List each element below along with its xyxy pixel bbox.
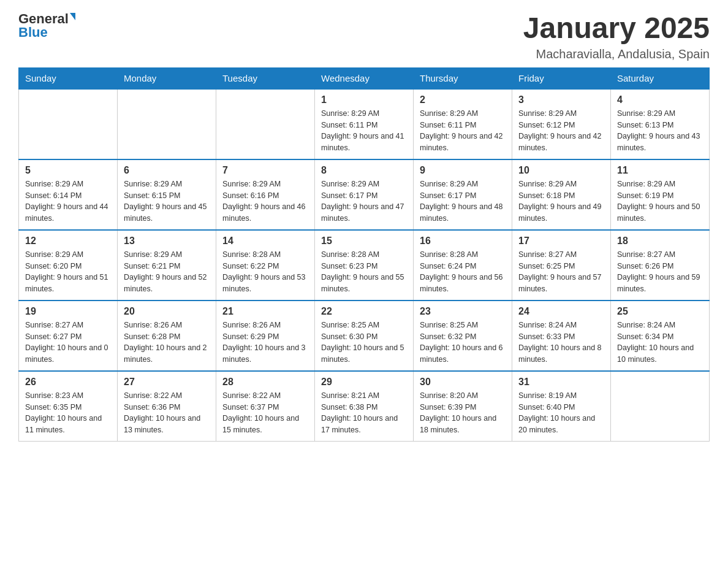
calendar-header-tuesday: Tuesday bbox=[216, 67, 315, 89]
day-info: Sunrise: 8:29 AMSunset: 6:11 PMDaylight:… bbox=[321, 108, 407, 154]
calendar-day-6: 6Sunrise: 8:29 AMSunset: 6:15 PMDaylight… bbox=[118, 159, 216, 230]
day-info: Sunrise: 8:27 AMSunset: 6:27 PMDaylight:… bbox=[25, 320, 111, 366]
calendar-day-29: 29Sunrise: 8:21 AMSunset: 6:38 PMDayligh… bbox=[315, 371, 414, 442]
day-number: 28 bbox=[222, 377, 308, 388]
calendar-day-15: 15Sunrise: 8:28 AMSunset: 6:23 PMDayligh… bbox=[315, 230, 414, 301]
calendar-day-24: 24Sunrise: 8:24 AMSunset: 6:33 PMDayligh… bbox=[512, 301, 611, 371]
day-info: Sunrise: 8:27 AMSunset: 6:25 PMDaylight:… bbox=[518, 249, 604, 295]
logo: General Blue bbox=[18, 12, 75, 39]
day-info: Sunrise: 8:28 AMSunset: 6:24 PMDaylight:… bbox=[420, 249, 506, 295]
day-info: Sunrise: 8:29 AMSunset: 6:19 PMDaylight:… bbox=[617, 178, 703, 224]
day-number: 7 bbox=[222, 165, 308, 176]
day-number: 8 bbox=[321, 165, 407, 176]
calendar-day-11: 11Sunrise: 8:29 AMSunset: 6:19 PMDayligh… bbox=[611, 159, 710, 230]
calendar-week-row: 12Sunrise: 8:29 AMSunset: 6:20 PMDayligh… bbox=[19, 230, 710, 301]
calendar-day-2: 2Sunrise: 8:29 AMSunset: 6:11 PMDaylight… bbox=[414, 89, 512, 159]
day-info: Sunrise: 8:25 AMSunset: 6:32 PMDaylight:… bbox=[420, 320, 506, 366]
day-info: Sunrise: 8:29 AMSunset: 6:21 PMDaylight:… bbox=[124, 249, 210, 295]
day-number: 25 bbox=[617, 306, 703, 317]
day-info: Sunrise: 8:22 AMSunset: 6:37 PMDaylight:… bbox=[222, 390, 308, 436]
calendar-header-friday: Friday bbox=[512, 67, 611, 89]
day-number: 17 bbox=[518, 236, 604, 247]
day-info: Sunrise: 8:29 AMSunset: 6:12 PMDaylight:… bbox=[518, 108, 604, 154]
day-number: 24 bbox=[518, 306, 604, 317]
calendar-header-saturday: Saturday bbox=[611, 67, 710, 89]
logo-general: General bbox=[18, 12, 69, 26]
day-number: 22 bbox=[321, 306, 407, 317]
day-info: Sunrise: 8:29 AMSunset: 6:14 PMDaylight:… bbox=[25, 178, 111, 224]
calendar-day-25: 25Sunrise: 8:24 AMSunset: 6:34 PMDayligh… bbox=[611, 301, 710, 371]
day-number: 19 bbox=[25, 306, 111, 317]
day-info: Sunrise: 8:24 AMSunset: 6:34 PMDaylight:… bbox=[617, 320, 703, 366]
title-area: January 2025 Macharavialla, Andalusia, S… bbox=[523, 12, 710, 61]
day-number: 9 bbox=[420, 165, 506, 176]
day-number: 13 bbox=[124, 236, 210, 247]
day-info: Sunrise: 8:29 AMSunset: 6:17 PMDaylight:… bbox=[321, 178, 407, 224]
day-number: 31 bbox=[518, 377, 604, 388]
calendar-header-thursday: Thursday bbox=[414, 67, 512, 89]
calendar-empty-cell bbox=[118, 89, 216, 159]
day-number: 26 bbox=[25, 377, 111, 388]
day-number: 11 bbox=[617, 165, 703, 176]
day-info: Sunrise: 8:23 AMSunset: 6:35 PMDaylight:… bbox=[25, 390, 111, 436]
calendar-day-31: 31Sunrise: 8:19 AMSunset: 6:40 PMDayligh… bbox=[512, 371, 611, 442]
calendar-day-13: 13Sunrise: 8:29 AMSunset: 6:21 PMDayligh… bbox=[118, 230, 216, 301]
calendar-day-21: 21Sunrise: 8:26 AMSunset: 6:29 PMDayligh… bbox=[216, 301, 315, 371]
day-info: Sunrise: 8:21 AMSunset: 6:38 PMDaylight:… bbox=[321, 390, 407, 436]
calendar-table: SundayMondayTuesdayWednesdayThursdayFrid… bbox=[18, 67, 710, 442]
day-info: Sunrise: 8:19 AMSunset: 6:40 PMDaylight:… bbox=[518, 390, 604, 436]
calendar-header-sunday: Sunday bbox=[19, 67, 118, 89]
day-number: 29 bbox=[321, 377, 407, 388]
calendar-week-row: 26Sunrise: 8:23 AMSunset: 6:35 PMDayligh… bbox=[19, 371, 710, 442]
day-info: Sunrise: 8:26 AMSunset: 6:29 PMDaylight:… bbox=[222, 320, 308, 366]
calendar-day-27: 27Sunrise: 8:22 AMSunset: 6:36 PMDayligh… bbox=[118, 371, 216, 442]
calendar-empty-cell bbox=[19, 89, 118, 159]
day-info: Sunrise: 8:29 AMSunset: 6:20 PMDaylight:… bbox=[25, 249, 111, 295]
day-number: 21 bbox=[222, 306, 308, 317]
page-header: General Blue January 2025 Macharavialla,… bbox=[18, 12, 710, 61]
calendar-day-3: 3Sunrise: 8:29 AMSunset: 6:12 PMDaylight… bbox=[512, 89, 611, 159]
day-number: 15 bbox=[321, 236, 407, 247]
calendar-day-30: 30Sunrise: 8:20 AMSunset: 6:39 PMDayligh… bbox=[414, 371, 512, 442]
day-number: 5 bbox=[25, 165, 111, 176]
calendar-day-20: 20Sunrise: 8:26 AMSunset: 6:28 PMDayligh… bbox=[118, 301, 216, 371]
day-number: 10 bbox=[518, 165, 604, 176]
calendar-empty-cell bbox=[216, 89, 315, 159]
day-info: Sunrise: 8:29 AMSunset: 6:13 PMDaylight:… bbox=[617, 108, 703, 154]
logo-blue: Blue bbox=[18, 26, 48, 39]
day-number: 14 bbox=[222, 236, 308, 247]
calendar-header-row: SundayMondayTuesdayWednesdayThursdayFrid… bbox=[19, 67, 710, 89]
calendar-day-28: 28Sunrise: 8:22 AMSunset: 6:37 PMDayligh… bbox=[216, 371, 315, 442]
calendar-day-1: 1Sunrise: 8:29 AMSunset: 6:11 PMDaylight… bbox=[315, 89, 414, 159]
day-info: Sunrise: 8:28 AMSunset: 6:22 PMDaylight:… bbox=[222, 249, 308, 295]
day-info: Sunrise: 8:20 AMSunset: 6:39 PMDaylight:… bbox=[420, 390, 506, 436]
day-info: Sunrise: 8:24 AMSunset: 6:33 PMDaylight:… bbox=[518, 320, 604, 366]
calendar-day-23: 23Sunrise: 8:25 AMSunset: 6:32 PMDayligh… bbox=[414, 301, 512, 371]
calendar-empty-cell bbox=[611, 371, 710, 442]
day-info: Sunrise: 8:28 AMSunset: 6:23 PMDaylight:… bbox=[321, 249, 407, 295]
calendar-day-12: 12Sunrise: 8:29 AMSunset: 6:20 PMDayligh… bbox=[19, 230, 118, 301]
calendar-day-19: 19Sunrise: 8:27 AMSunset: 6:27 PMDayligh… bbox=[19, 301, 118, 371]
calendar-header-monday: Monday bbox=[118, 67, 216, 89]
calendar-day-4: 4Sunrise: 8:29 AMSunset: 6:13 PMDaylight… bbox=[611, 89, 710, 159]
day-info: Sunrise: 8:29 AMSunset: 6:17 PMDaylight:… bbox=[420, 178, 506, 224]
calendar-day-16: 16Sunrise: 8:28 AMSunset: 6:24 PMDayligh… bbox=[414, 230, 512, 301]
day-info: Sunrise: 8:25 AMSunset: 6:30 PMDaylight:… bbox=[321, 320, 407, 366]
calendar-week-row: 19Sunrise: 8:27 AMSunset: 6:27 PMDayligh… bbox=[19, 301, 710, 371]
day-number: 12 bbox=[25, 236, 111, 247]
day-info: Sunrise: 8:22 AMSunset: 6:36 PMDaylight:… bbox=[124, 390, 210, 436]
day-number: 20 bbox=[124, 306, 210, 317]
calendar-day-14: 14Sunrise: 8:28 AMSunset: 6:22 PMDayligh… bbox=[216, 230, 315, 301]
calendar-day-7: 7Sunrise: 8:29 AMSunset: 6:16 PMDaylight… bbox=[216, 159, 315, 230]
day-number: 2 bbox=[420, 94, 506, 105]
day-number: 27 bbox=[124, 377, 210, 388]
location-title: Macharavialla, Andalusia, Spain bbox=[523, 47, 710, 61]
calendar-day-18: 18Sunrise: 8:27 AMSunset: 6:26 PMDayligh… bbox=[611, 230, 710, 301]
day-number: 6 bbox=[124, 165, 210, 176]
day-info: Sunrise: 8:29 AMSunset: 6:15 PMDaylight:… bbox=[124, 178, 210, 224]
calendar-day-9: 9Sunrise: 8:29 AMSunset: 6:17 PMDaylight… bbox=[414, 159, 512, 230]
day-number: 23 bbox=[420, 306, 506, 317]
day-number: 16 bbox=[420, 236, 506, 247]
day-number: 1 bbox=[321, 94, 407, 105]
day-info: Sunrise: 8:29 AMSunset: 6:16 PMDaylight:… bbox=[222, 178, 308, 224]
